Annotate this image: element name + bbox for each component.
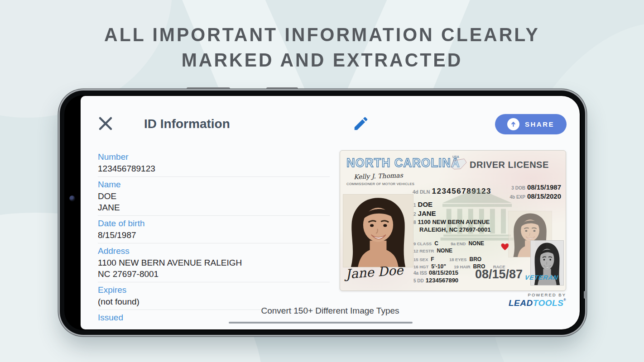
page-title-line1: ALL IMPORTANT INFORMATION CLEARLY <box>0 23 644 48</box>
field-value: 123456789123 <box>98 163 330 174</box>
hair-label: 19 HAIR <box>454 264 470 269</box>
restr-value: NONE <box>437 248 452 254</box>
commissioner-signature: Kelly J. Thomas <box>354 171 403 181</box>
license-attributes: 9 CLASSC 9a ENDNONE 12 RESTRNONE 15 SEXF… <box>413 240 508 270</box>
first-name-num: 2 <box>413 212 416 217</box>
hgt-value: 5'-10" <box>431 263 446 270</box>
end-label: 9a END <box>451 241 466 246</box>
field-value: JANE <box>98 202 330 213</box>
license-state-name: NORTH CAROLINA <box>346 156 460 171</box>
close-icon[interactable] <box>97 115 114 132</box>
iss-value: 08/15/2015 <box>429 269 458 276</box>
powered-by-label: POWERED BY <box>453 292 566 297</box>
share-arrow-icon <box>507 118 519 130</box>
veteran-badge: VETERAN <box>524 274 559 281</box>
class-value: C <box>434 240 438 247</box>
field-label: Name <box>98 179 330 191</box>
phone-screen: ID Information SHARE <box>64 95 581 330</box>
page-title: ALL IMPORTANT INFORMATION CLEARLY MARKED… <box>0 23 644 72</box>
sex-value: F <box>431 256 434 262</box>
field-row-number: Number 123456789123 <box>98 151 330 177</box>
field-row-address: Address 1100 NEW BERN AVENUE RALEIGH NC … <box>98 245 330 282</box>
divider <box>98 243 330 243</box>
commissioner-title: COMMISSIONER OF MOTOR VEHICLES <box>346 182 414 186</box>
address-num: 8 <box>413 220 416 225</box>
license-dates: 3 DOB08/15/1987 4b EXP08/15/2020 <box>509 183 561 201</box>
field-label: Number <box>98 151 330 163</box>
antenna-line <box>584 291 586 299</box>
footer-tagline: Convert 150+ Different Image Types <box>81 306 580 316</box>
field-value: NC 27697-8001 <box>98 268 330 280</box>
field-value: DOE <box>98 191 330 202</box>
registered-mark: ® <box>563 298 566 301</box>
dd-label: 5 DD <box>413 278 424 283</box>
restr-label: 12 RESTR <box>413 248 434 253</box>
address-line2: RALEIGH, NC 27697-0001 <box>419 226 491 233</box>
marketing-screenshot: ALL IMPORTANT INFORMATION CLEARLY MARKED… <box>0 0 644 362</box>
extracted-fields-list: Number 123456789123 Name DOE JANE Date o… <box>98 151 330 324</box>
field-row-dob: Date of birth 8/15/1987 <box>98 218 330 243</box>
divider <box>98 215 330 216</box>
page-title-line2: MARKED AND EXTRACTED <box>0 48 644 72</box>
license-issue-date: 4a ISS08/15/2015 <box>413 269 458 276</box>
app-bar: ID Information SHARE <box>81 96 580 141</box>
divider <box>98 282 330 282</box>
hgt-label: 16 HGT <box>413 264 428 269</box>
license-big-date: 08/15/87 <box>475 267 523 281</box>
field-label: Expires <box>98 284 330 296</box>
license-portrait-photo <box>343 194 413 267</box>
last-name: DOE <box>418 200 433 208</box>
address-line1: 1100 NEW BERN AVENUE <box>418 219 490 225</box>
license-name-block: 1DOE 2JANE <box>413 200 436 219</box>
last-name-num: 1 <box>413 203 416 208</box>
sex-label: 15 SEX <box>413 257 428 262</box>
field-row-name: Name DOE JANE <box>98 179 330 216</box>
end-value: NONE <box>468 240 484 247</box>
eyes-label: 18 EYES <box>449 257 467 262</box>
home-indicator[interactable] <box>229 322 413 324</box>
dln-label: 4d DLN <box>413 189 430 195</box>
field-value: 1100 NEW BERN AVENUE RALEIGH <box>98 257 330 268</box>
dd-value: 1234567890 <box>426 277 458 284</box>
capitol-watermark <box>437 183 517 244</box>
iss-label: 4a ISS <box>413 271 427 276</box>
nc-state-outline-icon <box>450 157 468 171</box>
phone-frame: ID Information SHARE <box>60 90 585 335</box>
license-dd: 5 DD1234567890 <box>413 277 458 284</box>
first-name: JANE <box>418 210 436 217</box>
id-information-screen: ID Information SHARE <box>81 96 580 329</box>
eyes-value: BRO <box>469 256 481 262</box>
exp-value: 08/15/2020 <box>527 192 561 200</box>
camera-icon <box>69 195 75 201</box>
driver-license-image: NORTH CAROLINA USA DRIVER LICENSE Kelly … <box>340 150 566 291</box>
field-value: 8/15/1987 <box>98 229 330 241</box>
share-button-label: SHARE <box>525 120 554 128</box>
edit-icon[interactable] <box>352 115 370 132</box>
field-label: Address <box>98 245 330 257</box>
field-label: Date of birth <box>98 218 330 229</box>
class-label: 9 CLASS <box>413 241 432 246</box>
share-button[interactable]: SHARE <box>495 114 567 134</box>
screen-title: ID Information <box>144 117 230 131</box>
dob-value: 08/15/1987 <box>527 183 561 191</box>
license-address: 81100 NEW BERN AVENUE RALEIGH, NC 27697-… <box>413 219 491 233</box>
license-doc-type: DRIVER LICENSE <box>470 160 549 170</box>
divider <box>98 176 330 177</box>
